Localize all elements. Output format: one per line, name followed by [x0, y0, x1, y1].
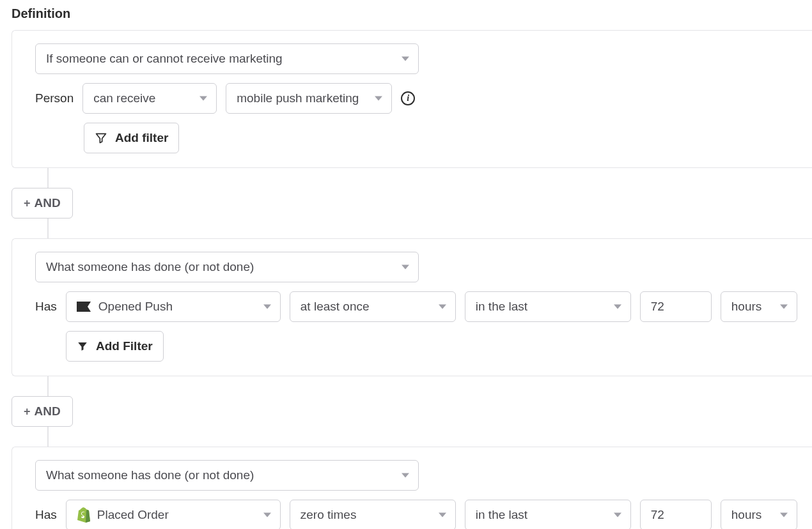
add-filter-button[interactable]: Add filter: [84, 123, 179, 153]
condition-type-select[interactable]: If someone can or cannot receive marketi…: [35, 43, 419, 74]
channel-value: mobile push marketing: [237, 91, 359, 105]
person-label: Person: [35, 91, 74, 105]
time-unit-select[interactable]: hours: [721, 291, 797, 322]
time-value-input[interactable]: 72: [640, 291, 712, 322]
condition-block-3: What someone has done (or not done) Has …: [12, 447, 812, 529]
time-unit-value: hours: [731, 508, 762, 522]
condition-type-select[interactable]: What someone has done (or not done): [35, 252, 419, 282]
timeframe-value: in the last: [476, 300, 527, 314]
event-select[interactable]: Opened Push: [66, 291, 281, 322]
chevron-down-icon: [780, 513, 788, 518]
flag-icon: [77, 302, 92, 312]
timeframe-select[interactable]: in the last: [465, 291, 631, 322]
condition-type-value: What someone has done (or not done): [46, 260, 254, 274]
chevron-down-icon: [402, 265, 409, 270]
info-icon[interactable]: i: [401, 91, 415, 105]
condition-type-select[interactable]: What someone has done (or not done): [35, 460, 419, 491]
and-button[interactable]: + AND: [12, 188, 73, 218]
can-receive-value: can receive: [93, 91, 155, 105]
add-filter-button[interactable]: Add Filter: [66, 331, 164, 362]
can-receive-select[interactable]: can receive: [82, 83, 217, 114]
chevron-down-icon: [439, 513, 446, 518]
frequency-select[interactable]: zero times: [290, 500, 456, 529]
chevron-down-icon: [614, 305, 621, 309]
timeframe-value: in the last: [476, 508, 527, 522]
add-filter-label: Add Filter: [96, 339, 153, 353]
and-label: AND: [35, 404, 61, 418]
event-select[interactable]: Placed Order: [66, 500, 281, 529]
condition-type-value: If someone can or cannot receive marketi…: [46, 52, 283, 66]
condition-type-value: What someone has done (or not done): [46, 468, 254, 482]
has-label: Has: [35, 508, 57, 522]
chevron-down-icon: [263, 513, 271, 518]
shopify-icon: [77, 507, 91, 523]
time-unit-value: hours: [731, 300, 762, 314]
event-value: Opened Push: [98, 300, 173, 314]
and-connector: + AND: [12, 176, 812, 231]
time-value-input[interactable]: 72: [640, 500, 712, 529]
filter-solid-icon: [77, 341, 88, 352]
chevron-down-icon: [402, 473, 409, 478]
frequency-select[interactable]: at least once: [290, 291, 456, 322]
plus-icon: +: [24, 405, 31, 418]
has-label: Has: [35, 300, 57, 314]
condition-block-2: What someone has done (or not done) Has …: [12, 238, 812, 376]
timeframe-select[interactable]: in the last: [465, 500, 631, 529]
definition-title: Definition: [12, 6, 812, 21]
chevron-down-icon: [439, 305, 446, 309]
chevron-down-icon: [375, 96, 382, 101]
time-value: 72: [651, 508, 664, 522]
frequency-value: zero times: [301, 508, 357, 522]
time-unit-select[interactable]: hours: [721, 500, 797, 529]
add-filter-label: Add filter: [115, 131, 168, 145]
chevron-down-icon: [614, 513, 621, 518]
chevron-down-icon: [780, 305, 788, 309]
plus-icon: +: [24, 197, 31, 210]
frequency-value: at least once: [301, 300, 370, 314]
and-connector: + AND: [12, 384, 812, 439]
channel-select[interactable]: mobile push marketing: [226, 83, 392, 114]
and-button[interactable]: + AND: [12, 396, 73, 427]
chevron-down-icon: [402, 57, 409, 61]
chevron-down-icon: [199, 96, 207, 101]
and-label: AND: [35, 196, 61, 210]
condition-block-1: If someone can or cannot receive marketi…: [12, 30, 812, 168]
event-value: Placed Order: [97, 508, 169, 522]
filter-outline-icon: [95, 132, 107, 144]
chevron-down-icon: [263, 305, 271, 309]
time-value: 72: [651, 300, 664, 314]
